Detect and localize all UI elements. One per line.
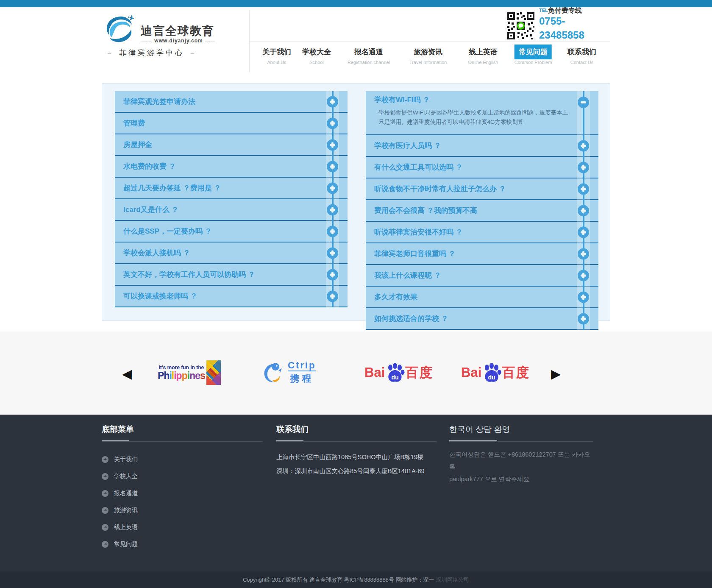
nav-item-about-zh[interactable]: 关于我们 <box>258 45 295 59</box>
expand-plus-icon[interactable] <box>327 96 338 107</box>
nav-item-schools-en: School <box>298 60 335 65</box>
faq-row[interactable]: 菲律宾老师口音很重吗 ？ <box>366 243 598 265</box>
nav-item-online-english-en: Online English <box>464 60 502 65</box>
faq-row[interactable]: 我该上什么课程呢 ？ <box>366 265 598 287</box>
faq-row[interactable]: 可以换课或换老师吗 ？ <box>115 286 348 307</box>
footer-address-block: 上海市长宁区中山西路1065号SOHO中山广场B栋19楼 深圳：深圳市南山区文心… <box>276 450 437 478</box>
ctrip-wordmark-en: Ctrip <box>288 360 316 371</box>
faq-question: 管理费 <box>115 113 348 134</box>
partner-logo-baidu[interactable]: Bai du 百度 <box>461 359 530 386</box>
philippines-wordmark: Philippines <box>158 371 205 381</box>
expand-plus-icon[interactable] <box>327 247 338 259</box>
expand-plus-icon[interactable] <box>327 117 338 129</box>
faq-row[interactable]: 听说菲律宾治安很不好吗 ？ <box>366 222 598 243</box>
faq-row[interactable]: 房屋押金 <box>115 134 348 156</box>
nav-item-schools-zh[interactable]: 学校大全 <box>298 45 335 59</box>
faq-question: 房屋押金 <box>115 134 348 155</box>
faq-row[interactable]: 有什么交通工具可以选吗 ？ <box>366 157 598 178</box>
expand-plus-icon[interactable] <box>578 183 589 195</box>
globe-airplane-logo-icon: ✈ <box>103 13 141 47</box>
expand-plus-icon[interactable] <box>327 226 338 237</box>
footer-korean-text: 한국어상담은 핸드폰 +8618602122707 또는 카카오톡 paulpa… <box>449 449 593 485</box>
footer-korean-column: 한국어 상담 환영 한국어상담은 핸드폰 +8618602122707 또는 카… <box>449 424 593 485</box>
expand-plus-icon[interactable] <box>578 226 589 238</box>
faq-row[interactable]: 学校有医疗人员吗 ？ <box>366 135 598 157</box>
nav-item-travel-zh[interactable]: 旅游资讯 <box>409 45 447 59</box>
expand-plus-icon[interactable] <box>327 182 338 194</box>
faq-question: 听说食物不干净时常有人拉肚子怎么办 ？ <box>366 178 598 199</box>
nav-item-about-en: About Us <box>258 60 295 65</box>
expand-plus-icon[interactable] <box>578 205 589 216</box>
faq-row[interactable]: 学校会派人接机吗 ？ <box>115 242 348 264</box>
address-shenzhen: 深圳：深圳市南山区文心路85号闽泰大厦B区1401A-69 <box>276 464 437 478</box>
carousel-prev-icon[interactable]: ◀ <box>122 365 132 382</box>
faq-row[interactable]: 什么是SSP，一定要办吗 ？ <box>115 221 348 242</box>
faq-question: 可以换课或换老师吗 ？ <box>115 286 348 307</box>
partner-logo-philippines[interactable]: It's more fun in the Philippines <box>158 359 223 386</box>
partner-logo-baidu[interactable]: Bai du 百度 <box>364 359 433 386</box>
expand-plus-icon[interactable] <box>578 270 589 281</box>
nav-item-registration-en: Registration channel <box>348 60 390 65</box>
svg-text:✈: ✈ <box>126 13 136 23</box>
nav-item-travel[interactable]: 旅游资讯 Travel Information <box>409 45 447 65</box>
faq-row[interactable]: 菲律宾观光签申请办法 <box>115 91 348 113</box>
footer-link-online-english[interactable]: ➜线上英语 <box>102 519 263 536</box>
nav-item-schools[interactable]: 学校大全 School <box>298 45 335 65</box>
faq-row[interactable]: 如何挑选适合的学校 ？ <box>366 308 598 330</box>
carousel-next-icon[interactable]: ▶ <box>551 365 561 382</box>
faq-row[interactable]: 水电费的收费 ？ <box>115 156 348 178</box>
footer-link-faq[interactable]: ➜常见问题 <box>102 536 263 553</box>
main-nav: 关于我们 About Us 学校大全 School 报名通道 Registrat… <box>0 45 712 75</box>
nav-item-registration[interactable]: 报名通道 Registration channel <box>348 45 390 65</box>
nav-item-faq-active[interactable]: 常见问题 Common Problem <box>515 45 552 65</box>
footer-contact-title: 联系我们 <box>276 424 437 435</box>
faq-question: lcard又是什么 ？ <box>115 199 348 220</box>
header: ✈ 迪言全球教育 —— www.diyanjy.com —— － 菲律宾游学中心… <box>0 7 712 77</box>
nav-item-faq-en: Common Problem <box>515 60 552 65</box>
nav-item-online-english-zh[interactable]: 线上英语 <box>464 45 502 59</box>
expand-plus-icon[interactable] <box>578 313 589 324</box>
nav-item-contact[interactable]: 联系我们 Contact Us <box>563 45 601 65</box>
faq-row[interactable]: 听说食物不干净时常有人拉肚子怎么办 ？ <box>366 178 598 200</box>
nav-item-online-english[interactable]: 线上英语 Online English <box>464 45 502 65</box>
faq-question: 学校有WI-FI吗 ？ <box>366 91 598 105</box>
address-shanghai: 上海市长宁区中山西路1065号SOHO中山广场B栋19楼 <box>276 450 437 464</box>
expand-plus-icon[interactable] <box>578 162 589 173</box>
copyright-maintainer-link[interactable]: 深圳网络公司 <box>436 577 469 583</box>
top-accent-bar <box>0 0 712 7</box>
faq-row[interactable]: 管理费 <box>115 113 348 134</box>
collapse-minus-icon[interactable] <box>578 97 589 108</box>
footer-link-schools[interactable]: ➜学校大全 <box>102 468 263 485</box>
expand-plus-icon[interactable] <box>578 140 589 151</box>
faq-row[interactable]: 超过几天要办签延 ？费用是 ？ <box>115 178 348 199</box>
expand-plus-icon[interactable] <box>578 248 589 259</box>
footer: 底部菜单 ➜关于我们 ➜学校大全 ➜报名通道 ➜旅游资讯 ➜线上英语 ➜常见问题… <box>0 415 712 571</box>
svg-text:du: du <box>392 374 399 381</box>
footer-link-travel[interactable]: ➜旅游资讯 <box>102 502 263 519</box>
faq-row[interactable]: lcard又是什么 ？ <box>115 199 348 221</box>
nav-item-contact-zh[interactable]: 联系我们 <box>563 45 601 59</box>
nav-item-registration-zh[interactable]: 报名通道 <box>350 45 387 59</box>
footer-menu-column: 底部菜单 ➜关于我们 ➜学校大全 ➜报名通道 ➜旅游资讯 ➜线上英语 ➜常见问题 <box>102 424 263 553</box>
expand-plus-icon[interactable] <box>327 139 338 150</box>
expand-plus-icon[interactable] <box>327 290 338 302</box>
expand-plus-icon[interactable] <box>578 291 589 303</box>
footer-title-underline <box>276 441 437 442</box>
faq-row[interactable]: 多久才有效果 <box>366 287 598 308</box>
circle-arrow-icon: ➜ <box>102 456 108 463</box>
expand-plus-icon[interactable] <box>327 269 338 280</box>
footer-link-registration[interactable]: ➜报名通道 <box>102 485 263 502</box>
nav-item-faq-zh[interactable]: 常见问题 <box>515 45 552 59</box>
faq-row-expanded[interactable]: 学校有WI-FI吗 ？ 學校都會提供WIFI只是因為學生人數較多加上當地的線路問… <box>366 91 598 135</box>
nav-item-about[interactable]: 关于我们 About Us <box>258 45 295 65</box>
faq-row[interactable]: 英文不好，学校有工作人员可以协助吗 ？ <box>115 264 348 286</box>
faq-question: 学校有医疗人员吗 ？ <box>366 135 598 156</box>
qr-code <box>506 11 535 40</box>
expand-plus-icon[interactable] <box>327 161 338 172</box>
hotline-phone-number: 0755-23485858 <box>539 14 594 42</box>
faq-row[interactable]: 费用会不会很高 ？我的预算不高 <box>366 200 598 222</box>
expand-plus-icon[interactable] <box>327 204 338 215</box>
partner-logo-ctrip[interactable]: Ctrip 携程 <box>261 359 325 386</box>
footer-link-about[interactable]: ➜关于我们 <box>102 451 263 468</box>
faq-answer: 學校都會提供WIFI只是因為學生人數較多加上當地的線路問題，速度基本上只是堪用。… <box>366 105 598 127</box>
